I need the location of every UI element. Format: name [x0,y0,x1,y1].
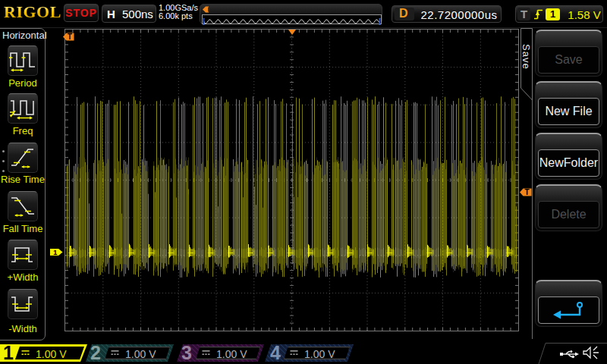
oscilloscope-screen: { "top_bar": { "logo": "RIGOL", "run_sta… [0,0,607,364]
measure-label: Rise Time [0,174,55,185]
channel-1-badge[interactable]: 11.00 V [0,344,87,362]
measure-label: -Width [0,323,55,334]
dc-coupling-icon [21,350,30,356]
menu-tab-title: Save [521,44,532,70]
scroll-indicator-dot [2,170,5,172]
trigger-label: T [521,8,527,20]
return-arrow-icon [538,297,599,324]
trigger-level-flag[interactable]: T [520,188,533,196]
menu-button-label: New File [545,105,592,118]
delay-value: 22.7200000us [420,8,498,21]
memory-waveform-preview [202,14,382,24]
scroll-indicator-dot [2,150,5,152]
channel-scale-box: 1.00 V [284,347,350,359]
trigger-position-marker[interactable] [288,30,296,35]
measure-button-period[interactable] [8,46,38,76]
ch1-ground-marker[interactable]: 1 [50,248,63,256]
menu-button-label: NewFolder [539,156,598,169]
measure-panel-title: Horizontal [2,30,47,41]
trigger-offscreen-flag[interactable]: T [63,33,76,41]
delay-label: D [399,7,408,20]
measure-label: Period [0,77,55,89]
usb-icon [560,350,579,358]
acquisition-info: 1.00GSa/s 6.00k pts [159,4,198,20]
channel-scale-box: 1.00 V [196,347,260,359]
dc-coupling-icon [202,350,211,356]
menu-button-back[interactable] [535,280,602,327]
menu-button-label: Delete [551,208,586,221]
trigger-level-value: 1.58 V [566,8,602,21]
dc-coupling-icon [290,350,299,356]
timebase-box[interactable]: H 500ns [102,5,156,23]
channel-scale-box: 1.00 V [15,347,84,359]
run-state-label: STOP [65,7,97,19]
menu-button-newfolder[interactable]: NewFolder [535,133,602,180]
rising-edge-icon [533,8,544,20]
channel-number: 4 [270,344,281,362]
measure-button-freq[interactable] [8,93,38,124]
channel-2-badge[interactable]: 21.00 V [86,344,174,362]
channel-scale-value: 1.00 V [125,348,156,360]
channel-scale-box: 1.00 V [105,347,170,359]
menu-button-delete[interactable]: Delete [535,184,602,231]
measure-button--width[interactable] [8,289,38,319]
measure-button--width[interactable] [8,240,38,270]
delay-box[interactable]: D 22.7200000us [392,5,502,23]
horizontal-label: H [107,8,115,20]
channel-scale-value: 1.00 V [304,348,335,360]
timebase-value: 500ns [122,8,153,20]
rigol-logo: RIGOL [4,2,61,22]
channel-3-badge[interactable]: 31.00 V [177,344,264,362]
channel-scale-value: 1.00 V [36,348,66,360]
scroll-indicator-dot [2,160,5,162]
channel-number: 1 [3,344,14,362]
beeper-icon [583,347,599,359]
measure-button-rise-time[interactable] [8,143,38,173]
menu-button-label: Save [555,53,582,66]
status-tray [536,343,607,364]
channel-scale-value: 1.00 V [216,348,247,360]
run-state-indicator[interactable]: STOP [64,4,99,22]
trigger-box[interactable]: T 1 1.58 V [515,5,603,23]
measure-label: +Width [0,271,55,283]
svg-text:1: 1 [53,248,58,256]
trigger-source-badge: 1 [546,8,560,20]
memory-position-strip[interactable] [200,4,382,24]
svg-text:T: T [68,33,72,41]
ch1-waveform-trace [65,30,518,331]
measure-button-fall-time[interactable] [8,191,38,221]
waveform-display-area [64,29,519,331]
memory-trigger-marker-icon [203,6,211,13]
menu-button-new-file[interactable]: New File [535,81,602,128]
channel-number: 3 [181,344,192,362]
measure-label: Fall Time [0,223,55,234]
channel-number: 2 [90,344,101,362]
menu-button-save[interactable]: Save [535,30,602,77]
dc-coupling-icon [111,350,120,356]
measure-label: Freq [0,125,55,136]
channel-4-badge[interactable]: 41.00 V [265,344,354,362]
svg-text:T: T [525,188,530,196]
memory-depth: 6.00k pts [159,12,198,20]
